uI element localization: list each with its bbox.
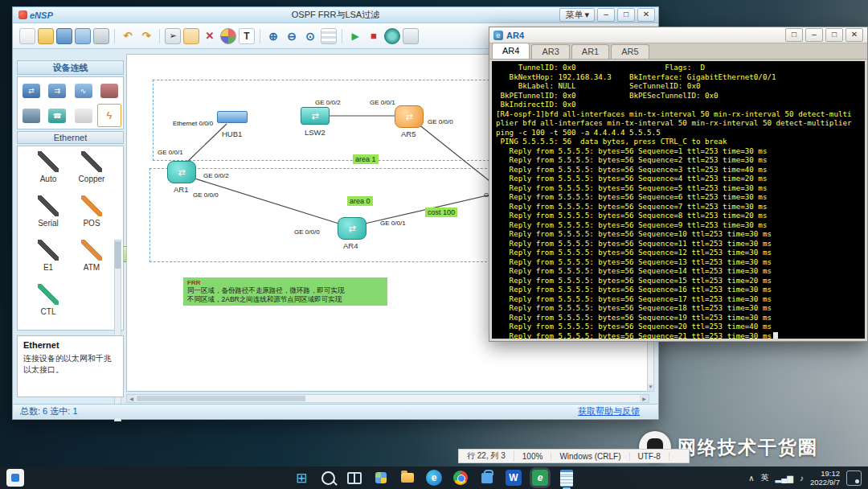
device-ar4[interactable]: ⇄ — [338, 217, 366, 240]
zoom-in-button[interactable]: ⊕ — [265, 28, 281, 44]
notepad-taskbar-button[interactable] — [557, 468, 576, 487]
device-label-ar5: AR5 — [401, 129, 416, 138]
menu-button-label: 菜单 — [565, 9, 583, 21]
save-as-button[interactable] — [75, 28, 91, 44]
link-type-ctl[interactable]: CTL — [27, 284, 69, 316]
category-router[interactable]: ⇄ — [19, 79, 43, 102]
link-type-e1[interactable]: E1 — [27, 240, 69, 272]
tab-ar4[interactable]: AR4 — [492, 43, 530, 59]
category-terminal[interactable] — [19, 104, 43, 127]
category-wlan[interactable]: ∿ — [72, 79, 96, 102]
zoom-out-button[interactable]: ⊖ — [284, 28, 300, 44]
scrollbar-thumb[interactable] — [137, 396, 305, 401]
edge-browser-button[interactable]: e — [426, 470, 442, 486]
open-topology-button[interactable] — [38, 28, 54, 44]
start-device-button[interactable]: ▶ — [347, 28, 363, 44]
zoom-reset-button[interactable]: ⊙ — [302, 28, 318, 44]
text-tool-button[interactable]: T — [239, 28, 255, 44]
save-topology-button[interactable] — [56, 28, 72, 44]
network-icon[interactable]: ▂▄▆ — [776, 474, 793, 483]
help-feedback-link[interactable]: 获取帮助与反馈 — [578, 405, 640, 417]
redo-button[interactable]: ↷ — [138, 28, 154, 44]
start-button[interactable]: ⊞ — [292, 468, 311, 487]
grid-view-button[interactable] — [321, 28, 337, 44]
pan-tool-button[interactable] — [183, 28, 199, 44]
ensp-logo-text: eNSP — [30, 10, 53, 20]
clock-date: 2022/9/7 — [810, 478, 840, 487]
router-icon: ⇄ — [348, 224, 355, 234]
scroll-left-icon[interactable]: ◀ — [127, 395, 136, 402]
device-hub1[interactable] — [217, 111, 248, 123]
taskbar-left-app-icon[interactable] — [6, 469, 24, 487]
terminal-minimize-button[interactable]: – — [805, 28, 823, 42]
category-firewall[interactable] — [97, 79, 121, 102]
search-button[interactable] — [318, 468, 338, 487]
area-label-1[interactable]: area 1 — [353, 154, 379, 164]
link-type-atm[interactable]: ATM — [71, 240, 113, 272]
terminal-tabbar: AR4 AR3 AR1 AR5 — [489, 43, 867, 60]
terminal-console[interactable]: TunnelID: 0x0 Flags: D BkNextHop: 192.16… — [492, 61, 865, 339]
file-explorer-button[interactable] — [398, 468, 417, 487]
category-other[interactable] — [72, 104, 96, 127]
link-type-copper[interactable]: Copper — [71, 151, 113, 183]
tab-ar1[interactable]: AR1 — [571, 44, 609, 59]
data-panel-button[interactable] — [403, 28, 419, 44]
delete-button[interactable]: ✕ — [202, 28, 218, 44]
minimize-button[interactable]: – — [597, 8, 615, 22]
scroll-down-icon[interactable]: ▼ — [648, 384, 653, 391]
terminal-pin-button[interactable]: □ — [785, 28, 803, 42]
new-topology-button[interactable] — [19, 28, 35, 44]
pointer-tool-button[interactable]: ➢ — [165, 28, 181, 44]
area-label-0[interactable]: area 0 — [347, 196, 373, 206]
category-switch[interactable]: ⇉ — [45, 79, 69, 102]
word-button[interactable]: W — [506, 470, 522, 486]
maximize-button[interactable]: □ — [617, 8, 635, 22]
desktop: eNSP OSPF FRR与LSA过滤 菜单 ▾ – □ ✕ ↶ ↷ ➢ ✕ — [0, 0, 868, 489]
scroll-right-icon[interactable]: ▶ — [640, 395, 649, 402]
clock[interactable]: 19:12 2022/9/7 — [810, 469, 840, 487]
language-indicator[interactable]: 英 — [761, 472, 769, 483]
ensp-taskbar-button[interactable]: e — [532, 470, 548, 486]
stop-device-button[interactable]: ■ — [366, 28, 382, 44]
watermark-text: 网络技术干货圈 — [678, 435, 818, 460]
toolbar-separator — [114, 29, 115, 43]
task-view-button[interactable] — [345, 468, 364, 487]
topology-note[interactable]: FRR 同一区域，备份路径不走原路径，微环路，即可实现 不同区域，2ABR之间连… — [183, 277, 387, 306]
palette-header: 设备连线 — [17, 60, 124, 75]
undo-button[interactable]: ↶ — [120, 28, 136, 44]
widgets-icon — [375, 472, 387, 483]
search-icon — [321, 471, 335, 485]
notification-center-button[interactable] — [846, 471, 862, 486]
terminal-maximize-button[interactable]: □ — [825, 28, 843, 42]
terminal-titlebar[interactable]: e AR4 □ – □ ✕ — [489, 27, 867, 43]
link-type-pos[interactable]: POS — [71, 195, 113, 228]
ensp-terminal-icon: e — [493, 31, 503, 40]
cost-label[interactable]: cost 100 — [425, 208, 457, 217]
category-connections[interactable]: ϟ — [97, 104, 121, 127]
packet-capture-button[interactable] — [384, 28, 400, 44]
terminal-close-button[interactable]: ✕ — [845, 28, 863, 42]
volume-icon[interactable]: ♪ — [800, 474, 804, 483]
link-type-serial[interactable]: Serial — [27, 195, 69, 228]
selection-summary: 总数: 6 选中: 1 — [20, 405, 78, 417]
device-lsw2[interactable]: ⇄ — [301, 107, 330, 125]
category-phone[interactable]: ☎ — [45, 104, 69, 127]
device-ar1[interactable]: ⇄ — [167, 161, 196, 183]
print-button[interactable] — [93, 28, 109, 44]
browser-button[interactable] — [451, 468, 470, 487]
store-button[interactable] — [477, 468, 497, 487]
tray-expand-icon[interactable]: ∧ — [748, 474, 754, 483]
device-ar5[interactable]: ⇄ — [395, 105, 424, 128]
widgets-button[interactable] — [371, 468, 391, 487]
ensp-titlebar[interactable]: eNSP OSPF FRR与LSA过滤 菜单 ▾ – □ ✕ — [13, 7, 658, 23]
color-palette-button[interactable] — [220, 28, 236, 44]
port-label: GE 0/0/2 — [203, 172, 229, 179]
pencil-icon — [81, 151, 102, 172]
close-button[interactable]: ✕ — [637, 8, 655, 22]
toolbar-separator — [260, 29, 260, 43]
canvas-horizontal-scrollbar[interactable]: ◀ ▶ — [126, 394, 649, 403]
tab-ar3[interactable]: AR3 — [531, 44, 569, 59]
tab-ar5[interactable]: AR5 — [611, 44, 649, 59]
link-type-auto[interactable]: Auto — [27, 151, 69, 183]
menu-button[interactable]: 菜单 ▾ — [559, 8, 595, 22]
